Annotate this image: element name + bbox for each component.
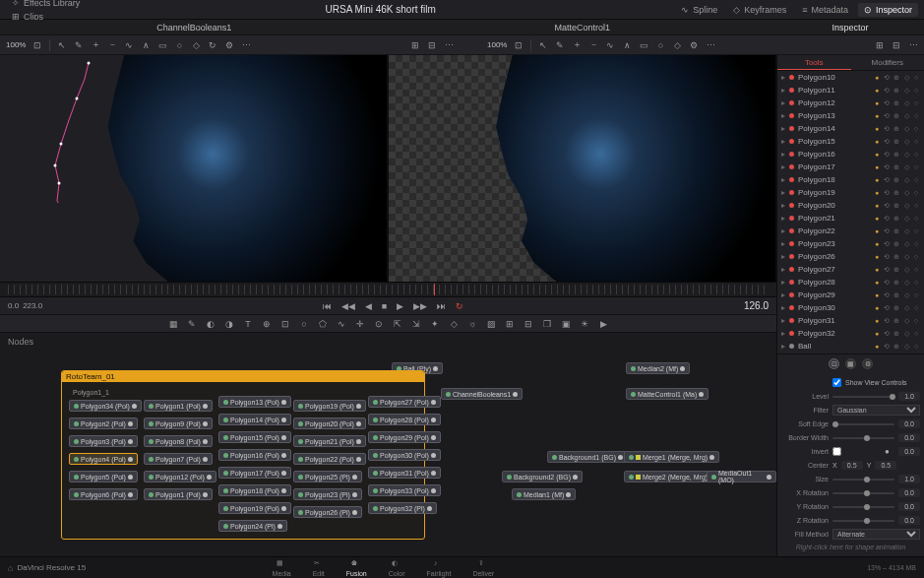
viewer-dot-icon[interactable]: ● [873, 266, 881, 274]
key-icon[interactable]: ◇ [902, 266, 910, 274]
viewer-a-title[interactable]: ChannelBooleans1 [0, 23, 389, 32]
lock-icon[interactable]: ⊕ [893, 151, 900, 159]
key-icon[interactable]: ◇ [902, 330, 910, 338]
b-more-icon[interactable]: ⋯ [706, 40, 715, 50]
lock-icon[interactable]: ⊕ [893, 253, 900, 261]
viewer-a[interactable] [0, 55, 389, 282]
tool-row-polygon16[interactable]: ▸Polygon16●⟲⊕◇○ [777, 148, 924, 161]
lock-icon[interactable]: ⊕ [893, 240, 900, 248]
play-rev-icon[interactable]: ◀ [365, 301, 372, 311]
node-polygon7-pol-[interactable]: Polygon7 (Pol) [144, 453, 213, 465]
poly-node-icon[interactable]: ⬠ [318, 318, 329, 329]
key-node-icon[interactable]: ◇ [449, 318, 460, 329]
key-icon[interactable]: ◇ [902, 112, 910, 120]
disable-icon[interactable]: ○ [912, 112, 920, 120]
reset-icon[interactable]: ⟲ [883, 304, 891, 312]
tool-row-polygon13[interactable]: ▸Polygon13●⟲⊕◇○ [777, 109, 924, 122]
reset-icon[interactable]: ⟲ [883, 151, 891, 159]
lock-icon[interactable]: ⊕ [893, 125, 900, 133]
xrot-slider[interactable] [832, 492, 894, 494]
softedge-slider[interactable] [832, 423, 894, 425]
view-b-opts-icon[interactable]: ⋯ [908, 40, 918, 50]
reset-icon[interactable]: ⟲ [883, 74, 891, 82]
node-polygon28-pol-[interactable]: Polygon28 (Pol) [368, 414, 441, 425]
key-icon[interactable]: ◇ [191, 40, 201, 50]
cc-node-icon[interactable]: ◑ [224, 318, 235, 329]
cam-node-icon[interactable]: ▣ [561, 318, 572, 329]
disable-icon[interactable]: ○ [912, 125, 920, 133]
next-frame-icon[interactable]: ▶▶ [413, 301, 427, 311]
node-polygon30-pol-[interactable]: Polygon30 (Pol) [368, 449, 441, 461]
tool-row-polygon28[interactable]: ▸Polygon28●⟲⊕◇○ [777, 276, 924, 289]
softedge-value[interactable]: 0.0 [898, 419, 920, 428]
reset-icon[interactable]: ⟲ [883, 330, 891, 338]
size-value[interactable]: 1.0 [898, 475, 920, 483]
viewer-dot-icon[interactable]: ● [873, 176, 881, 184]
filter-select[interactable]: Gaussian [832, 405, 920, 416]
blur-node-icon[interactable]: ◐ [206, 318, 216, 329]
key-icon[interactable]: ◇ [902, 138, 910, 146]
zrot-value[interactable]: 0.0 [898, 516, 920, 525]
view-a-b-icon[interactable]: ⊟ [427, 40, 437, 50]
invert-checkbox[interactable] [832, 447, 841, 456]
node-polygon19-pol-[interactable]: Polygon19 (Pol) [293, 400, 366, 412]
size-slider[interactable] [832, 479, 894, 481]
node-polygon1-pol-[interactable]: Polygon1 (Pol) [144, 400, 213, 412]
key-icon[interactable]: ◇ [902, 343, 910, 351]
ptrack-node-icon[interactable]: ⊙ [374, 318, 385, 329]
page-edit[interactable]: ✂Edit [313, 559, 325, 577]
resize-node-icon[interactable]: ⊞ [505, 318, 516, 329]
level-slider[interactable] [832, 396, 894, 398]
tool-row-polygon19[interactable]: ▸Polygon19●⟲⊕◇○ [777, 186, 924, 199]
viewer-dot-icon[interactable]: ● [873, 163, 881, 171]
node-polygon16-pol-[interactable]: Polygon16 (Pol) [218, 449, 291, 461]
glow-node-icon[interactable]: ☼ [467, 318, 478, 329]
disable-icon[interactable]: ○ [912, 304, 920, 312]
del-point-icon[interactable]: － [107, 40, 117, 50]
tool-row-polygon10[interactable]: ▸Polygon10●⟲⊕◇○ [777, 71, 924, 84]
cusp-icon[interactable]: ∧ [141, 40, 151, 50]
tracker-node-icon[interactable]: ✛ [355, 318, 366, 329]
disable-icon[interactable]: ○ [912, 279, 920, 287]
key-icon[interactable]: ◇ [902, 74, 910, 82]
disable-icon[interactable]: ○ [912, 138, 920, 146]
key-icon[interactable]: ◇ [902, 215, 910, 223]
node-background2[interactable]: Background2 (BG) [502, 471, 583, 482]
node-polygon12-pol-[interactable]: Polygon12 (Pol) [144, 471, 216, 482]
node-polygon25-pl-[interactable]: Polygon25 (Pl) [293, 471, 362, 482]
viewer-dot-icon[interactable]: ● [873, 304, 881, 312]
tool-row-polygon18[interactable]: ▸Polygon18●⟲⊕◇○ [777, 173, 924, 186]
tool-row-polygon14[interactable]: ▸Polygon14●⟲⊕◇○ [777, 122, 924, 135]
b-circle-icon[interactable]: ○ [655, 40, 665, 50]
page-fusion[interactable]: ⊚Fusion [346, 559, 367, 577]
bspline-node-icon[interactable]: ∿ [337, 318, 347, 329]
home-icon[interactable]: ⌂ [8, 563, 13, 573]
tab-modifiers[interactable]: Modifiers [851, 55, 925, 70]
key-icon[interactable]: ◇ [902, 87, 910, 95]
view-b-b-icon[interactable]: ⊟ [892, 40, 901, 50]
light-node-icon[interactable]: ☀ [580, 318, 590, 329]
reset-icon[interactable]: ⟲ [883, 266, 891, 274]
lock-icon[interactable]: ⊕ [893, 330, 900, 338]
page-deliver[interactable]: ⇪Deliver [472, 559, 494, 577]
viewer-dot-icon[interactable]: ● [873, 112, 881, 120]
tool-row-polygon32[interactable]: ▸Polygon32●⟲⊕◇○ [777, 327, 924, 340]
disable-icon[interactable]: ○ [912, 74, 920, 82]
node-polygon20-pol-[interactable]: Polygon20 (Pol) [293, 417, 366, 429]
key-icon[interactable]: ◇ [902, 99, 910, 107]
disable-icon[interactable]: ○ [912, 317, 920, 325]
key-icon[interactable]: ◇ [902, 279, 910, 287]
view-b-a-icon[interactable]: ⊞ [875, 40, 885, 50]
node-polygon17-pol-[interactable]: Polygon17 (Pol) [218, 467, 291, 479]
node-polygon26-pl-[interactable]: Polygon26 (Pl) [293, 506, 362, 518]
lock-icon[interactable]: ⊕ [893, 227, 900, 235]
yrot-value[interactable]: 0.0 [898, 502, 920, 511]
disable-icon[interactable]: ○ [912, 227, 920, 235]
viewer-dot-icon[interactable]: ● [873, 138, 881, 146]
tool-row-polygon29[interactable]: ▸Polygon29●⟲⊕◇○ [777, 289, 924, 301]
image-tab-icon[interactable]: ▦ [845, 358, 856, 369]
disable-icon[interactable]: ○ [912, 189, 920, 197]
reset-icon[interactable]: ⟲ [883, 176, 891, 184]
crop-node-icon[interactable]: ⊟ [524, 318, 534, 329]
node-merge2[interactable]: Merge2 (Merge, Mrg) [624, 471, 719, 482]
